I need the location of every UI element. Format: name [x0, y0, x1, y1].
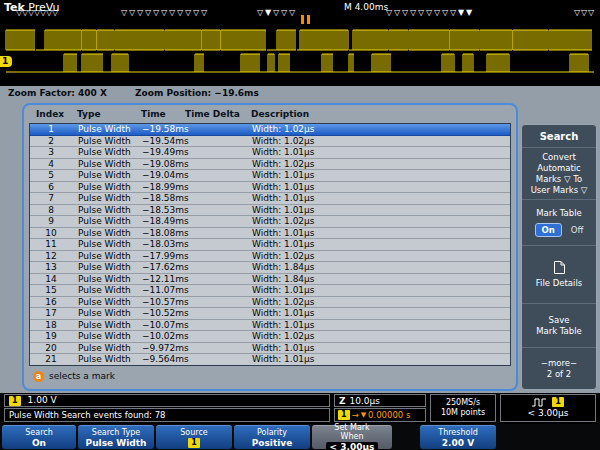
- table-row[interactable]: 1 Pulse Width −19.58ms Width: 1.02µs: [30, 124, 510, 136]
- table-row[interactable]: 6 Pulse Width −18.99ms Width: 1.01µs: [30, 182, 510, 194]
- menu-button-set-mark-when[interactable]: Set Mark When < 3.00µs: [312, 425, 392, 449]
- menu-item-convert-marks[interactable]: Convert Automatic Marks ▽ To User Marks …: [522, 147, 596, 199]
- search-mark-icon: ▽: [418, 8, 424, 17]
- file-icon: [553, 260, 566, 275]
- search-mark-icon: ▽: [177, 8, 183, 17]
- table-row[interactable]: 4 Pulse Width −19.08ms Width: 1.02µs: [30, 159, 510, 171]
- search-mark-icon: ▽: [161, 8, 167, 17]
- search-mark-icon: ▽: [426, 8, 432, 17]
- mark-table-off-button[interactable]: Off: [571, 225, 584, 236]
- waveform-trace: [2, 24, 598, 80]
- zoom-expansion-icon: [301, 15, 310, 24]
- menu-button-search[interactable]: Search On: [2, 425, 76, 449]
- mark-table-header: Index Type Time Time Delta Description: [29, 108, 511, 123]
- trigger-slope-icon: ▼: [361, 411, 366, 419]
- search-mark-icon: ▽: [410, 8, 416, 17]
- search-mark-icon: ▽: [386, 8, 392, 17]
- menu-button-source[interactable]: Source 1: [156, 425, 232, 449]
- zoom-scale-readout: Z 10.0µs: [334, 394, 426, 407]
- search-mark-icon: ▽: [588, 8, 594, 17]
- table-row[interactable]: 9 Pulse Width −18.49ms Width: 1.02µs: [30, 216, 510, 228]
- acquisition-readout: 250MS/s 10M points: [430, 394, 496, 422]
- mark-table-label: Mark Table: [536, 208, 582, 219]
- zoom-factor-label: Zoom Factor: 400 X: [8, 88, 107, 98]
- search-mark-icon: ▽: [574, 8, 580, 17]
- search-mark-icon: ▽: [145, 8, 151, 17]
- column-header-index: Index: [33, 109, 67, 119]
- pulse-width-icon: [532, 398, 548, 407]
- search-mark-icon: ▽: [394, 8, 400, 17]
- table-row[interactable]: 11 Pulse Width −18.03ms Width: 1.01µs: [30, 239, 510, 251]
- column-header-time-delta: Time Delta: [185, 109, 240, 119]
- table-row[interactable]: 17 Pulse Width −10.52ms Width: 1.01µs: [30, 308, 510, 320]
- search-mark-icon: ▽: [169, 8, 175, 17]
- menu-item-file-details[interactable]: File Details: [522, 245, 596, 303]
- search-mark-icon: ▽: [281, 8, 287, 17]
- mark-table-footer: a selects a mark: [29, 366, 511, 386]
- trigger-source-icon: 1: [338, 410, 350, 420]
- search-mark-icon: ▼: [458, 8, 464, 17]
- table-row[interactable]: 16 Pulse Width −10.57ms Width: 1.02µs: [30, 297, 510, 309]
- table-row[interactable]: 21 Pulse Width −9.564ms Width: 1.01µs: [30, 354, 510, 366]
- search-events-readout: Pulse Width Search events found: 78: [4, 408, 330, 422]
- trigger-position-value: 0.00000 s: [368, 410, 410, 420]
- search-mark-icon: ▽: [153, 8, 159, 17]
- search-mark-icon: ▽: [581, 8, 587, 17]
- menu-button-search-type[interactable]: Search Type Pulse Width: [78, 425, 154, 449]
- table-row[interactable]: 10 Pulse Width −18.08ms Width: 1.01µs: [30, 228, 510, 240]
- table-row[interactable]: 18 Pulse Width −10.07ms Width: 1.01µs: [30, 320, 510, 332]
- table-row[interactable]: 5 Pulse Width −19.04ms Width: 1.01µs: [30, 170, 510, 182]
- search-mark-icon: ▽: [129, 8, 135, 17]
- table-row[interactable]: 12 Pulse Width −17.99ms Width: 1.02µs: [30, 251, 510, 263]
- menu-button-polarity[interactable]: Polarity Positive: [234, 425, 310, 449]
- search-mark-icon: ▽: [434, 8, 440, 17]
- footer-hint-text: selects a mark: [49, 371, 115, 381]
- table-row[interactable]: 7 Pulse Width −18.58ms Width: 1.01µs: [30, 193, 510, 205]
- sample-rate: 250MS/s: [446, 398, 480, 408]
- search-source-icon: 1: [552, 397, 564, 407]
- table-row[interactable]: 3 Pulse Width −19.49ms Width: 1.01µs: [30, 147, 510, 159]
- timebase-label: M 4.00ms: [344, 2, 388, 12]
- channel-1-readout: 1 1.00 V: [4, 394, 330, 407]
- menu-item-save-mark-table[interactable]: Save Mark Table: [522, 303, 596, 347]
- source-channel-icon: 1: [188, 438, 200, 448]
- table-row[interactable]: 19 Pulse Width −10.02ms Width: 1.02µs: [30, 331, 510, 343]
- search-mark-icon: ▽: [402, 8, 408, 17]
- zoom-z-icon: Z: [339, 396, 346, 406]
- status-bar: 1 1.00 V Pulse Width Search events found…: [0, 393, 600, 424]
- bottom-menu: Search On Search Type Pulse Width Source…: [0, 424, 600, 450]
- mark-table-on-button[interactable]: On: [535, 223, 562, 237]
- search-side-menu: Search Convert Automatic Marks ▽ To User…: [521, 124, 597, 390]
- column-header-time: Time: [141, 109, 166, 119]
- search-mark-icon: ▼: [466, 8, 472, 17]
- menu-search-title: Search: [522, 125, 596, 147]
- search-mark-icon: ▽: [52, 8, 58, 17]
- table-row[interactable]: 20 Pulse Width −9.972ms Width: 1.01µs: [30, 343, 510, 355]
- menu-item-more[interactable]: −more− 2 of 2: [522, 347, 596, 389]
- search-mark-icon: ▽: [273, 8, 279, 17]
- search-mark-icon: ▽: [450, 8, 456, 17]
- channel-1-scale: 1.00 V: [28, 395, 57, 406]
- table-row[interactable]: 14 Pulse Width −12.11ms Width: 1.84µs: [30, 274, 510, 286]
- table-row[interactable]: 15 Pulse Width −11.07ms Width: 1.01µs: [30, 285, 510, 297]
- record-length: 10M points: [441, 408, 485, 418]
- channel-1-icon: 1: [9, 396, 21, 406]
- mark-table-frame: Index Type Time Time Delta Description 1…: [22, 103, 518, 391]
- table-row[interactable]: 8 Pulse Width −18.53ms Width: 1.01µs: [30, 205, 510, 217]
- menu-item-mark-table[interactable]: Mark Table On Off: [522, 199, 596, 245]
- menu-button-threshold[interactable]: Threshold 2.00 V: [420, 425, 496, 449]
- search-mark-icon: ▽: [193, 8, 199, 17]
- search-mark-icon: ▽: [257, 8, 263, 17]
- file-details-label: File Details: [536, 278, 582, 289]
- oscilloscope-screen: Tek PreVu M 4.00ms ▽▽▽▽▽▽▽▽▽▽▽▽▽▽▽▽▽▽▽▼▽…: [0, 0, 600, 450]
- search-mark-icon: ▽: [121, 8, 127, 17]
- zoom-window-panel: Zoom Factor: 400 X Zoom Position: −19.6m…: [0, 86, 600, 393]
- waveform-display-area: Tek PreVu M 4.00ms ▽▽▽▽▽▽▽▽▽▽▽▽▽▽▽▽▽▽▽▼▽…: [0, 0, 600, 86]
- channel-1-badge: 1: [0, 56, 12, 67]
- table-row[interactable]: 13 Pulse Width −17.62ms Width: 1.84µs: [30, 262, 510, 274]
- mark-table-rows: 1 Pulse Width −19.58ms Width: 1.02µs 2 P…: [29, 123, 511, 366]
- search-mark-icon: ▽: [201, 8, 207, 17]
- column-header-type: Type: [77, 109, 100, 119]
- table-row[interactable]: 2 Pulse Width −19.54ms Width: 1.02µs: [30, 136, 510, 148]
- trigger-readout: 1 → ▼ 0.00000 s: [334, 408, 426, 422]
